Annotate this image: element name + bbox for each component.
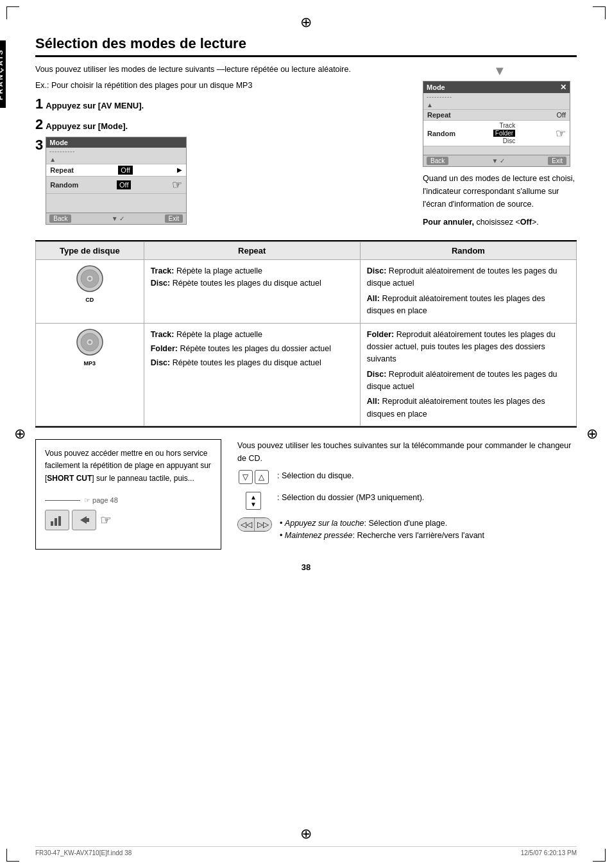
shortcut-key: SHORT CUT — [47, 474, 92, 483]
table-header-type: Type de disque — [36, 242, 144, 260]
corner-mark-br — [593, 849, 606, 862]
sidebar-francais-label: FRANÇAIS — [0, 40, 6, 108]
triangle-up-btn[interactable]: △ — [255, 470, 269, 484]
page-number: 38 — [35, 562, 577, 572]
intro-right: ▼ Mode ✕ ---------- ▲ Repeat Off Ra — [423, 64, 577, 229]
svg-rect-9 — [55, 518, 57, 526]
screen1-scroll: ▲ — [46, 155, 186, 164]
step1-number: 1 — [35, 96, 43, 112]
screen1-footer: Back ▼ ✓ Exit — [46, 213, 186, 224]
screen2-row-random: Random Track Folder Disc ☞ — [423, 120, 570, 146]
page-title: Sélection des modes de lecture — [35, 35, 577, 57]
shortcut-box: Vous pouvez accéder mettre en ou hors se… — [35, 439, 221, 550]
step1-text: Appuyez sur [AV MENU]. — [46, 101, 144, 110]
screen-arrow: ▼ — [423, 64, 577, 78]
remote-desc-folder: : Sélection du dossier (MP3 uniquement). — [277, 492, 424, 504]
shortcut-illustration: ☞ page 48 — [45, 490, 212, 507]
mp3-disc: MP3 — [42, 329, 137, 369]
footer-bar: FR30-47_KW-AVX710[E]f.indd 38 12/5/07 6:… — [35, 846, 577, 856]
hand-cursor-icon2: ☞ — [556, 126, 566, 141]
mp3-label: MP3 — [42, 360, 137, 369]
cd-random-cell: Disc: Reproduit aléatoirement de toutes … — [360, 260, 576, 324]
screen2-dots: ---------- — [423, 93, 570, 101]
svg-rect-10 — [58, 516, 61, 526]
track-next-btn[interactable]: ▷▷ — [255, 518, 271, 531]
folder-icon: ▲ ▼ — [246, 492, 261, 510]
mode-table: Type de disque Repeat Random — [35, 240, 577, 428]
svg-point-7 — [88, 340, 91, 343]
screen2-exit-btn[interactable]: Exit — [548, 157, 566, 165]
footer-right: 12/5/07 6:20:13 PM — [521, 849, 577, 856]
mp3-random-cell: Folder: Reproduit aléatoirement toutes l… — [360, 323, 576, 426]
track-selector-icon: ◁◁ ▷▷ — [237, 517, 272, 532]
step2-number: 2 — [35, 116, 43, 133]
cd-label: CD — [42, 296, 137, 305]
shortcut-hand-cursor: ☞ — [100, 510, 112, 530]
screen1-title: Mode — [46, 137, 186, 148]
remote-item-disc: ▽ △ : Sélection du disque. — [237, 470, 577, 484]
screen1-dots: ---------- — [46, 148, 186, 155]
shortcut-buttons: ☞ — [45, 510, 212, 530]
intro-text1: Vous pouvez utiliser les modes de lectur… — [35, 64, 410, 76]
table-row-cd: CD Track: Répète la plage actuelle Disc:… — [36, 260, 577, 324]
crosshair-left: ⊕ — [14, 426, 26, 442]
screen1-row-random: Random Off ☞ — [46, 176, 186, 193]
cd-repeat-cell: Track: Répète la plage actuelle Disc: Ré… — [144, 260, 360, 324]
mp3-repeat-cell: Track: Répète la plage actuelle Folder: … — [144, 323, 360, 426]
remote-desc-disc: : Sélection du disque. — [277, 470, 354, 482]
crosshair-top: ⊕ — [300, 14, 312, 31]
svg-point-3 — [88, 277, 91, 281]
bottom-section: Vous pouvez accéder mettre en ou hors se… — [35, 439, 577, 550]
table-row-mp3: MP3 Track: Répète la plage actuelle Fold… — [36, 323, 577, 426]
corner-mark-tl — [6, 6, 19, 19]
page-ref: ☞ page 48 — [84, 495, 118, 507]
info-text-main: Quand un des modes de lecture est choisi… — [423, 172, 577, 211]
screen1-exit-btn[interactable]: Exit — [165, 214, 183, 223]
corner-mark-tr — [593, 6, 606, 19]
folder-selector-icon: ▲ ▼ — [237, 492, 269, 510]
footer-left: FR30-47_KW-AVX710[E]f.indd 38 — [35, 849, 132, 856]
shortcut-line — [45, 500, 80, 501]
remote-items: ▽ △ : Sélection du disque. ▲ ▼ : Sélecti… — [237, 470, 577, 542]
info-text-cancel: Pour annuler, choisissez <Off>. — [423, 216, 577, 229]
track-prev-btn[interactable]: ◁◁ — [238, 518, 255, 531]
screen2-back-btn[interactable]: Back — [427, 157, 448, 165]
step2: 2 Appuyez sur [Mode]. — [35, 116, 410, 133]
screen1-row-repeat: Repeat Off ▶ — [46, 164, 186, 176]
step3-number: 3 — [35, 137, 43, 153]
remote-desc-track: • Appuyez sur la touche: Sélection d'une… — [280, 517, 484, 542]
shortcut-btn-arrow[interactable] — [72, 510, 96, 530]
screen2-title: Mode ✕ — [423, 82, 570, 93]
svg-rect-8 — [51, 521, 53, 526]
corner-mark-bl — [6, 849, 19, 862]
screen2-scroll: ▲ — [423, 101, 570, 109]
screen1: Mode ---------- ▲ Repeat Off ▶ Random — [46, 137, 187, 225]
remote-section: Vous pouvez utiliser les touches suivant… — [237, 439, 577, 550]
step3: 3 Mode ---------- ▲ Repeat Off ▶ — [35, 137, 410, 225]
cd-disc: CD — [42, 265, 137, 305]
table-header-repeat: Repeat — [144, 242, 360, 260]
triangle-down-btn[interactable]: ▽ — [239, 470, 253, 484]
track-btns: ◁◁ ▷▷ — [237, 517, 272, 532]
table-header-random: Random — [360, 242, 576, 260]
step2-text: Appuyez sur [Mode]. — [46, 121, 128, 131]
remote-item-track: ◁◁ ▷▷ • Appuyez sur la touche: Sélection… — [237, 517, 577, 542]
shortcut-btn-graph[interactable] — [45, 510, 69, 530]
crosshair-right: ⊕ — [586, 426, 598, 442]
screen1-back-btn[interactable]: Back — [49, 214, 71, 223]
screen2: Mode ✕ ---------- ▲ Repeat Off Random Tr… — [423, 81, 570, 167]
screen2-row-repeat: Repeat Off — [423, 109, 570, 120]
disc-selector-icon: ▽ △ — [237, 470, 269, 484]
step1: 1 Appuyez sur [AV MENU]. — [35, 96, 410, 112]
shortcut-text: Vous pouvez accéder mettre en ou hors se… — [45, 447, 212, 485]
remote-intro: Vous pouvez utiliser les touches suivant… — [237, 439, 577, 465]
remote-item-folder: ▲ ▼ : Sélection du dossier (MP3 uniqueme… — [237, 492, 577, 510]
hand-cursor-icon: ☞ — [172, 178, 182, 192]
intro-text2: Ex.: Pour choisir la répétition des plag… — [35, 80, 410, 92]
screen2-footer: Back ▼ ✓ Exit — [423, 155, 570, 166]
